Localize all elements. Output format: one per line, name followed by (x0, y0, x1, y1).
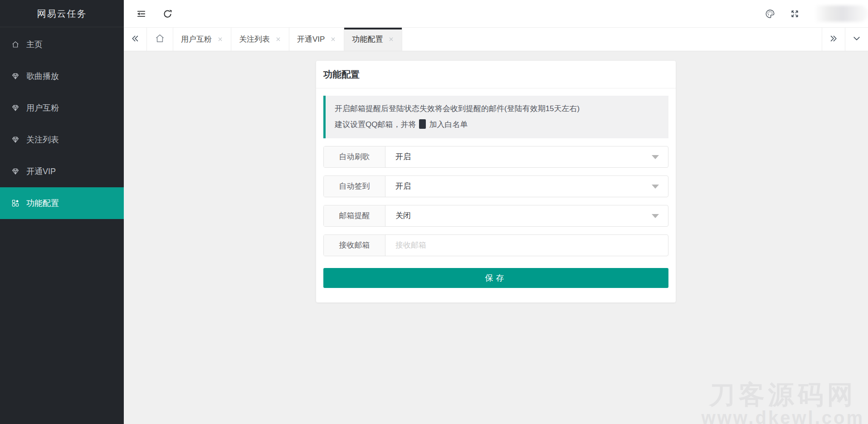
tab-feature-config[interactable]: 功能配置 (344, 28, 402, 51)
tab-bar: 用户互粉 关注列表 开通VIP 功能配置 (124, 27, 868, 51)
tabs-menu-button[interactable] (845, 28, 868, 51)
tab-open-vip[interactable]: 开通VIP (289, 28, 344, 51)
sidebar: 网易云任务 主页 歌曲播放 用户互粉 (0, 0, 124, 424)
theme-palette-icon[interactable] (765, 9, 775, 19)
sidebar-item-open-vip[interactable]: 开通VIP (0, 156, 124, 187)
auto-checkin-select[interactable]: 开启 (385, 176, 668, 197)
receive-email-input[interactable] (385, 235, 668, 256)
home-icon (11, 40, 20, 49)
topbar-right (765, 5, 868, 22)
alert-line-1: 开启邮箱提醒后登陆状态失效将会收到提醒的邮件(登陆有效期15天左右) (335, 101, 659, 117)
tab-label: 关注列表 (239, 34, 270, 44)
alert-line-2: 建议设置QQ邮箱，并将加入白名单 (335, 117, 659, 133)
form-row: 自动刷歌 开启 (323, 146, 668, 168)
close-icon[interactable] (217, 36, 223, 42)
sidebar-item-follow-list[interactable]: 关注列表 (0, 124, 124, 156)
card-title: 功能配置 (323, 68, 668, 81)
menu-fold-icon[interactable] (136, 9, 146, 19)
topbar (124, 0, 868, 27)
sidebar-item-label: 开通VIP (26, 166, 56, 177)
topbar-left (124, 9, 173, 19)
fullscreen-icon[interactable] (790, 9, 800, 19)
save-button[interactable]: 保存 (323, 268, 668, 288)
gem-icon (11, 72, 20, 80)
sidebar-item-feature-config[interactable]: 功能配置 (0, 187, 124, 219)
form-row: 邮箱提醒 关闭 (323, 205, 668, 227)
caret-down-icon (652, 214, 659, 218)
sidebar-menu: 主页 歌曲播放 用户互粉 关注列表 (0, 27, 124, 219)
form-label: 邮箱提醒 (324, 205, 385, 226)
form-label: 自动签到 (324, 176, 385, 197)
tabs-scroll-left-button[interactable] (124, 28, 147, 51)
email-remind-select[interactable]: 关闭 (385, 205, 668, 226)
sidebar-item-label: 主页 (26, 39, 43, 50)
content-area: 功能配置 开启邮箱提醒后登陆状态失效将会收到提醒的邮件(登陆有效期15天左右) … (124, 51, 868, 424)
alert-line-2-suffix: 加入白名单 (429, 120, 468, 129)
select-value: 开启 (395, 181, 411, 191)
close-icon[interactable] (275, 36, 281, 42)
sidebar-item-song-play[interactable]: 歌曲播放 (0, 60, 124, 92)
sidebar-item-label: 歌曲播放 (26, 71, 59, 82)
chevron-down-icon (852, 34, 861, 45)
gem-icon (11, 167, 20, 175)
form-label: 接收邮箱 (324, 235, 385, 256)
tabs-scroll-right-button[interactable] (822, 28, 845, 51)
sidebar-item-label: 用户互粉 (26, 102, 59, 113)
watermark-title: 刀客源码网 (702, 382, 864, 408)
select-value: 关闭 (395, 210, 411, 221)
info-alert: 开启邮箱提醒后登陆状态失效将会收到提醒的邮件(登陆有效期15天左右) 建议设置Q… (323, 96, 668, 138)
tab-user-fans[interactable]: 用户互粉 (173, 28, 231, 51)
feature-config-card: 功能配置 开启邮箱提醒后登陆状态失效将会收到提醒的邮件(登陆有效期15天左右) … (316, 61, 676, 302)
tab-home[interactable] (147, 28, 173, 51)
watermark-url: www.dkewl.com (702, 409, 864, 424)
sidebar-item-label: 功能配置 (26, 198, 59, 209)
chevrons-right-icon (829, 34, 838, 45)
tab-label: 功能配置 (352, 34, 383, 44)
sidebar-item-user-fans[interactable]: 用户互粉 (0, 92, 124, 124)
site-watermark: 刀客源码网 www.dkewl.com (702, 382, 864, 424)
sidebar-item-label: 关注列表 (26, 134, 59, 145)
main-column: 用户互粉 关注列表 开通VIP 功能配置 (124, 0, 868, 424)
tabbar-spacer (402, 28, 822, 51)
alert-line-2-prefix: 建议设置QQ邮箱，并将 (335, 120, 416, 129)
tab-label: 用户互粉 (181, 34, 212, 44)
form-row: 自动签到 开启 (323, 175, 668, 197)
component-icon (11, 199, 20, 207)
close-icon[interactable] (388, 36, 394, 42)
tab-label: 开通VIP (297, 34, 325, 44)
refresh-icon[interactable] (162, 9, 173, 19)
tab-follow-list[interactable]: 关注列表 (231, 28, 289, 51)
user-account-blurred[interactable] (815, 5, 868, 22)
app-window: 网易云任务 主页 歌曲播放 用户互粉 (0, 0, 868, 424)
gem-icon (11, 136, 20, 144)
caret-down-icon (652, 155, 659, 159)
caret-down-icon (652, 185, 659, 189)
form-row: 接收邮箱 (323, 234, 668, 256)
close-icon[interactable] (330, 36, 336, 42)
sidebar-item-home[interactable]: 主页 (0, 29, 124, 60)
chevrons-left-icon (131, 34, 140, 45)
gem-icon (11, 104, 20, 112)
select-value: 开启 (395, 151, 411, 162)
home-icon (155, 33, 165, 46)
form-label: 自动刷歌 (324, 146, 385, 167)
card-body: 开启邮箱提醒后登陆状态失效将会收到提醒的邮件(登陆有效期15天左右) 建议设置Q… (316, 96, 676, 288)
card-header: 功能配置 (316, 61, 676, 88)
redacted-block (419, 119, 426, 129)
app-title: 网易云任务 (0, 0, 124, 27)
auto-play-song-select[interactable]: 开启 (385, 146, 668, 167)
